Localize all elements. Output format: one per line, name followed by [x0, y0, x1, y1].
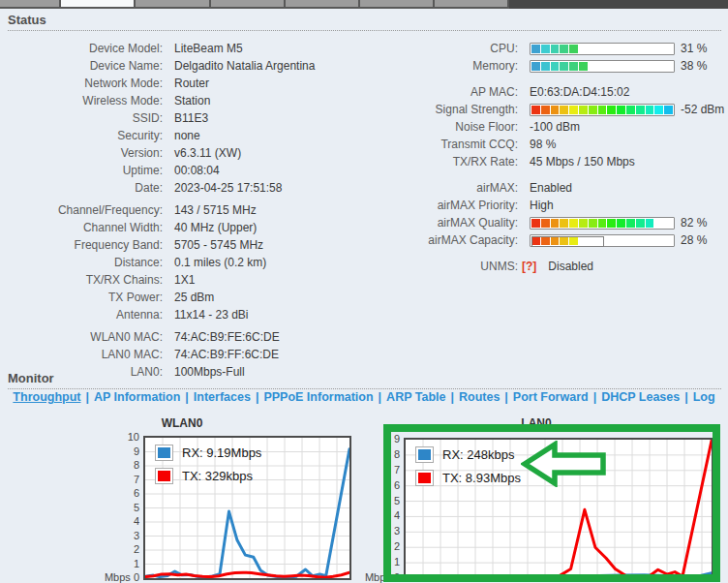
signal-strength-row: Signal Strength:-52 dBm: [426, 101, 728, 118]
top-tab-5[interactable]: [360, 0, 433, 7]
bar-segment: [636, 106, 645, 114]
lan0-ytick-2: 2: [355, 540, 400, 552]
lan0-ytick-4: 4: [355, 509, 400, 521]
bar-segment: [654, 106, 663, 114]
lan0-ytick-3: 3: [355, 525, 400, 537]
monitor-tab-separator: |: [589, 390, 602, 404]
airmax-quality-value: 82 %: [675, 216, 707, 230]
wlan0-ytick-1: 1: [95, 558, 139, 569]
bar-segment: [579, 219, 588, 228]
distance-row: Distance:0.1 miles (0.2 km): [10, 254, 416, 271]
monitor-tab-ap-information[interactable]: AP Information: [94, 390, 180, 404]
unms-label: UNMS:: [426, 260, 518, 273]
top-tab-bar-filler: [509, 0, 728, 9]
transmit-ccq-row: Transmit CCQ:98 %: [426, 136, 728, 153]
airmax-priority-row: airMAX Priority:High: [426, 197, 728, 214]
monitor-tab-port-forward[interactable]: Port Forward: [513, 390, 589, 404]
airmax-quality-label: airMAX Quality:: [426, 216, 518, 230]
airmax-priority-label: airMAX Priority:: [426, 199, 518, 212]
top-tab-strip: [0, 0, 509, 9]
lan0-mac-value: 74:AC:B9:FF:6C:DE: [163, 348, 279, 361]
wlan0-ytick-7: 7: [95, 474, 139, 485]
bar-segment: [664, 106, 673, 114]
wlan0-ytick-8: 8: [95, 459, 139, 471]
bar-segment: [569, 45, 578, 53]
version-label: Version:: [10, 146, 163, 160]
monitor-tab-throughput[interactable]: Throughput: [13, 390, 80, 404]
monitor-tab-separator: |: [180, 390, 194, 404]
bar-segment: [569, 219, 578, 228]
monitor-tab-arp-table[interactable]: ARP Table: [386, 390, 445, 404]
channel-width-label: Channel Width:: [10, 221, 163, 234]
lan0-legend-item-rx: RX: 248kbps: [415, 446, 521, 463]
device-model-row: Device Model:LiteBeam M5: [10, 40, 416, 57]
monitor-title: Monitor: [8, 371, 54, 385]
cpu-bar: [530, 43, 675, 55]
lan0-mac-label: LAN0 MAC:: [10, 348, 163, 361]
status-group: UNMS:[?]Disabled: [426, 258, 728, 275]
bar-segment: [617, 219, 625, 228]
network-mode-row: Network Mode:Router: [10, 75, 416, 92]
bar-segment: [531, 62, 540, 71]
bar-segment: [617, 106, 625, 114]
bar-segment: [541, 106, 550, 114]
lan0-ytick-5: 5: [355, 495, 400, 506]
status-group: Channel/Frequency:143 / 5715 MHzChannel …: [10, 201, 416, 323]
bar-segment: [569, 62, 578, 71]
uptime-label: Uptime:: [10, 164, 163, 177]
airmax-quality-bar: [530, 217, 675, 230]
bar-segment: [607, 106, 616, 114]
signal-strength-label: Signal Strength:: [426, 103, 518, 116]
bar-segment: [560, 62, 568, 71]
monitor-tab-log[interactable]: Log: [693, 390, 715, 404]
monitor-tab-routes[interactable]: Routes: [459, 390, 500, 404]
wlan0-ytick-9: 9: [95, 445, 139, 457]
device-model-label: Device Model:: [10, 42, 163, 55]
top-tab-1[interactable]: [61, 0, 134, 7]
antenna-row: Antenna:11x14 - 23 dBi: [10, 306, 416, 323]
bar-segment: [541, 45, 550, 53]
status-group: CPU:31 %Memory:38 %: [426, 40, 728, 75]
lan0-ytick-6: 6: [355, 479, 400, 491]
noise-floor-row: Noise Floor:-100 dBm: [426, 118, 728, 136]
wlan0-ytick-6: 6: [95, 487, 139, 499]
bar-segment: [598, 219, 607, 228]
top-tab-4[interactable]: [286, 0, 358, 7]
monitor-tab-pppoe-information[interactable]: PPPoE Information: [263, 390, 373, 404]
security-row: Security:none: [10, 127, 416, 144]
wlan0-ytick-0: Mbps 0: [95, 571, 139, 583]
wlan0-ytick-10: 10: [95, 431, 139, 443]
bar-segment: [646, 219, 654, 228]
device-model-value: LiteBeam M5: [163, 42, 243, 55]
wlan0-ytick-2: 2: [95, 543, 139, 555]
cpu-row: CPU:31 %: [426, 40, 728, 57]
bar-segment: [560, 219, 568, 228]
airmax-capacity-row: airMAX Capacity:28 %: [426, 231, 728, 249]
device-name-row: Device Name:Delgadito Natalia Argentina: [10, 57, 416, 75]
bar-segment: [551, 62, 560, 71]
top-tab-bar: [0, 0, 728, 9]
unms-row: UNMS:[?]Disabled: [426, 258, 728, 275]
top-tab-2[interactable]: [136, 0, 209, 7]
bar-segment: [646, 106, 654, 114]
wireless-mode-row: Wireless Mode:Station: [10, 92, 416, 109]
uptime-value: 00:08:04: [163, 164, 220, 177]
signal-strength-value: -52 dBm: [675, 103, 724, 116]
wlan0-ytick-5: 5: [95, 502, 139, 513]
top-tab-6[interactable]: [435, 0, 507, 7]
monitor-tab-dhcp-leases[interactable]: DHCP Leases: [601, 390, 680, 404]
lan0-ytick-8: 8: [355, 448, 400, 460]
memory-value: 38 %: [675, 59, 707, 73]
top-tab-0[interactable]: [0, 0, 59, 7]
device-name-label: Device Name:: [10, 59, 163, 73]
bar-segment: [541, 62, 550, 71]
unms-help-link[interactable]: [?]: [518, 260, 536, 273]
tx-rx-chains-row: TX/RX Chains:1X1: [10, 271, 416, 289]
monitor-tab-interfaces[interactable]: Interfaces: [194, 390, 251, 404]
lan0-mac-row: LAN0 MAC:74:AC:B9:FF:6C:DE: [10, 346, 416, 363]
top-tab-3[interactable]: [211, 0, 284, 7]
lan0-tx-legend-label: TX: 8.93Mbps: [442, 471, 521, 485]
bar-segment: [636, 219, 645, 228]
tx-power-value: 25 dBm: [163, 291, 214, 304]
lan0-ytick-9: 9: [355, 433, 400, 445]
